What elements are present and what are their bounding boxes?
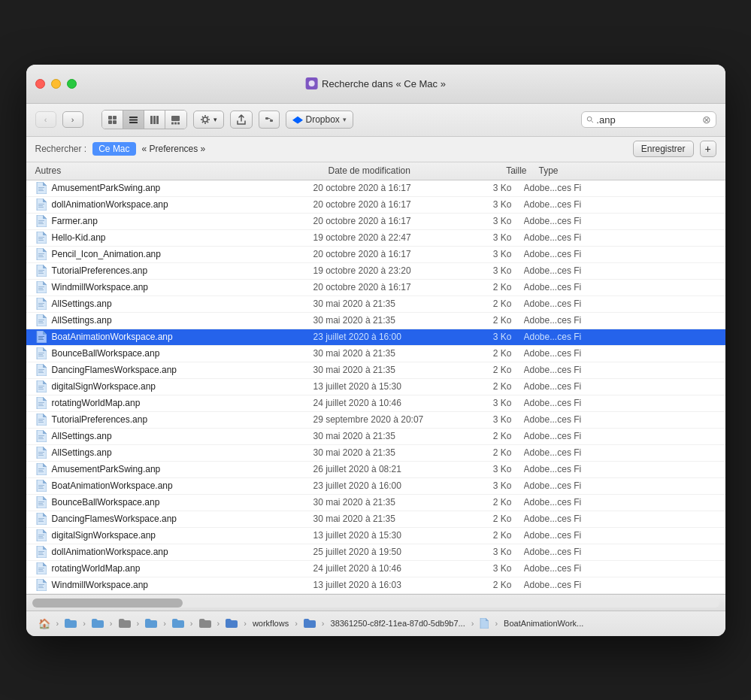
file-icon: [35, 364, 47, 376]
svg-rect-21: [38, 189, 43, 189]
table-row[interactable]: Farmer.anp20 octobre 2020 à 16:173 KoAdo…: [26, 214, 725, 230]
row-date: 13 juillet 2020 à 15:30: [313, 381, 464, 392]
path-folder-7[interactable]: [223, 617, 241, 629]
path-sep-1: ›: [56, 619, 59, 628]
column-view-icon: [150, 115, 159, 125]
minimize-button[interactable]: [51, 79, 61, 89]
table-row[interactable]: rotatingWorldMap.anp24 juillet 2020 à 10…: [26, 395, 725, 412]
svg-rect-51: [38, 354, 43, 355]
svg-rect-64: [38, 422, 44, 423]
table-row[interactable]: BoatAnimationWorkspace.anp23 juillet 202…: [26, 478, 725, 495]
column-view-button[interactable]: [144, 111, 165, 129]
row-name: WindmillWorkspace.anp: [35, 579, 313, 591]
row-name: Hello-Kid.anp: [35, 232, 313, 244]
col-header-type[interactable]: Type: [539, 165, 716, 176]
add-filter-button[interactable]: +: [700, 141, 716, 157]
row-date: 23 juillet 2020 à 16:00: [313, 332, 464, 342]
svg-rect-52: [38, 356, 44, 356]
path-folder-8[interactable]: [301, 617, 319, 629]
row-type: Adobe...ces Fi: [524, 183, 716, 193]
close-button[interactable]: [35, 79, 45, 89]
table-row[interactable]: BounceBallWorkspace.anp30 mai 2020 à 21:…: [26, 495, 725, 511]
path-folder-3[interactable]: [116, 617, 134, 629]
icon-view-button[interactable]: [102, 111, 123, 129]
row-size: 2 Ko: [464, 497, 524, 508]
svg-rect-72: [38, 470, 43, 471]
row-size: 2 Ko: [464, 381, 524, 392]
table-row[interactable]: digitalSignWorkspace.anp13 juillet 2020 …: [26, 379, 725, 395]
table-row[interactable]: WindmillWorkspace.anp20 octobre 2020 à 1…: [26, 280, 725, 296]
path-folder-2[interactable]: [89, 617, 107, 629]
folder-icon-3: [119, 619, 131, 628]
action-chevron: ▾: [213, 116, 217, 123]
table-row[interactable]: BoatAnimationWorkspace.anp23 juillet 202…: [26, 329, 725, 346]
maximize-button[interactable]: [67, 79, 77, 89]
path-folder-1[interactable]: [62, 617, 80, 629]
col-header-date[interactable]: Date de modification: [329, 165, 479, 176]
row-date: 23 juillet 2020 à 16:00: [313, 480, 464, 491]
file-icon: [35, 480, 47, 492]
table-row[interactable]: Hello-Kid.anp19 octobre 2020 à 22:473 Ko…: [26, 230, 725, 247]
path-folder-4[interactable]: [142, 617, 160, 629]
svg-rect-38: [38, 286, 44, 287]
table-row[interactable]: TutorialPreferences.anp19 octobre 2020 à…: [26, 263, 725, 280]
table-row[interactable]: AllSettings.anp30 mai 2020 à 21:352 KoAd…: [26, 429, 725, 445]
table-row[interactable]: DancingFlamesWorkspace.anp30 mai 2020 à …: [26, 511, 725, 528]
file-icon: [35, 331, 47, 343]
icon-view-icon: [108, 115, 117, 125]
table-row[interactable]: WindmillWorkspace.anp13 juillet 2020 à 1…: [26, 577, 725, 594]
table-row[interactable]: Pencil_Icon_Animation.anp20 octobre 2020…: [26, 247, 725, 263]
scrollbar-thumb[interactable]: [32, 598, 183, 608]
preferences-filter[interactable]: « Preferences »: [142, 144, 206, 154]
table-row[interactable]: digitalSignWorkspace.anp13 juillet 2020 …: [26, 528, 725, 544]
file-icon: [35, 298, 47, 310]
path-home[interactable]: 🏠: [35, 617, 53, 631]
table-row[interactable]: TutorialPreferences.anp29 septembre 2020…: [26, 412, 725, 429]
svg-rect-42: [38, 305, 43, 305]
path-filename[interactable]: BoatAnimationWork...: [501, 617, 586, 629]
row-date: 30 mai 2020 à 21:35: [313, 348, 464, 359]
action-button[interactable]: ▾: [193, 111, 224, 129]
table-row[interactable]: dollAnimationWorkspace.anp25 juillet 202…: [26, 544, 725, 561]
col-header-size[interactable]: Taille: [479, 165, 539, 176]
table-row[interactable]: BounceBallWorkspace.anp30 mai 2020 à 21:…: [26, 346, 725, 362]
table-header: Autres Date de modification Taille Type: [26, 162, 725, 180]
ce-mac-chip[interactable]: Ce Mac: [92, 142, 135, 156]
row-date: 20 octobre 2020 à 16:17: [313, 183, 464, 193]
table-row[interactable]: dollAnimationWorkspace.anp20 octobre 202…: [26, 197, 725, 214]
col-header-name[interactable]: Autres: [35, 165, 329, 176]
svg-rect-54: [38, 371, 43, 371]
path-folder-5[interactable]: [169, 617, 187, 629]
table-row[interactable]: AllSettings.anp30 mai 2020 à 21:352 KoAd…: [26, 296, 725, 313]
file-icon: [35, 265, 47, 277]
svg-rect-45: [38, 321, 43, 322]
gallery-view-button[interactable]: [165, 111, 186, 129]
dropbox-button[interactable]: Dropbox ▾: [286, 111, 353, 129]
table-row[interactable]: rotatingWorldMap.anp24 juillet 2020 à 10…: [26, 561, 725, 577]
path-workflows[interactable]: workflows: [250, 617, 292, 629]
table-row[interactable]: AllSettings.anp30 mai 2020 à 21:352 KoAd…: [26, 313, 725, 329]
path-folder-6[interactable]: [196, 617, 214, 629]
path-button[interactable]: [259, 111, 280, 129]
row-name: TutorialPreferences.anp: [35, 414, 313, 426]
dropbox-icon: [292, 114, 303, 125]
forward-button[interactable]: ›: [62, 111, 83, 128]
table-row[interactable]: AmusementParkSwing.anp26 juillet 2020 à …: [26, 462, 725, 478]
anp-file-icon: [480, 618, 489, 629]
share-button[interactable]: [230, 111, 253, 129]
path-file[interactable]: [477, 617, 492, 630]
table-row[interactable]: AllSettings.anp30 mai 2020 à 21:352 KoAd…: [26, 445, 725, 462]
search-input[interactable]: [596, 114, 698, 126]
back-button[interactable]: ‹: [35, 111, 56, 128]
path-uuid[interactable]: 38361250-c8f2-11ea-87d0-5db9b7...: [328, 617, 468, 629]
search-clear-button[interactable]: ⊗: [702, 114, 711, 126]
row-type: Adobe...ces Fi: [524, 282, 716, 292]
table-row[interactable]: AmusementParkSwing.anp20 octobre 2020 à …: [26, 180, 725, 197]
svg-rect-12: [171, 122, 174, 124]
list-view-button[interactable]: [123, 111, 144, 129]
table-row[interactable]: DancingFlamesWorkspace.anp30 mai 2020 à …: [26, 362, 725, 379]
save-search-button[interactable]: Enregistrer: [633, 141, 694, 157]
row-type: Adobe...ces Fi: [524, 497, 716, 508]
row-size: 2 Ko: [464, 348, 524, 359]
row-date: 30 mai 2020 à 21:35: [313, 431, 464, 441]
